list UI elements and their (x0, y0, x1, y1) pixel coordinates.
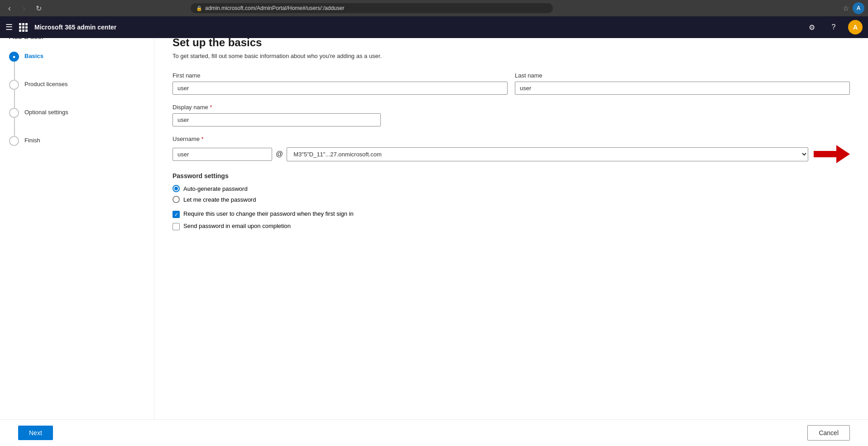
back-button[interactable]: ‹ (4, 2, 15, 14)
last-name-label: Last name (515, 72, 850, 79)
hamburger-menu[interactable]: ☰ (5, 22, 13, 32)
profile-circle[interactable]: A (853, 2, 864, 14)
let-me-create-label: Let me create the password (183, 196, 256, 203)
step-optional-circle (9, 108, 19, 118)
step-licenses-label: Product licenses (24, 80, 67, 87)
send-password-checkbox[interactable] (173, 223, 180, 230)
require-change-checkbox[interactable] (173, 211, 180, 218)
panel-main-desc: To get started, fill out some basic info… (173, 53, 850, 59)
username-label: Username * (173, 136, 850, 142)
send-password-label: Send password in email upon completion (183, 223, 291, 229)
let-me-create-radio[interactable] (173, 196, 180, 203)
let-me-create-option[interactable]: Let me create the password (173, 196, 850, 203)
first-name-input[interactable] (173, 82, 508, 95)
url-bar[interactable]: 🔒 admin.microsoft.com/AdminPortal/Home#/… (191, 3, 553, 13)
at-symbol: @ (276, 150, 283, 158)
step-finish-label: Finish (24, 136, 40, 144)
step-basics-circle: ● (9, 52, 19, 62)
panel-main-title: Set up the basics (173, 36, 850, 49)
display-name-input[interactable] (173, 113, 381, 126)
star-icon[interactable]: ☆ (843, 4, 849, 13)
last-name-input[interactable] (515, 82, 850, 95)
help-icon[interactable]: ? (826, 20, 841, 34)
step-optional-label: Optional settings (24, 108, 68, 116)
add-user-overlay: Add a user ● Basics Product licenses Opt… (0, 22, 868, 446)
display-name-label: Display name * (173, 104, 850, 111)
require-change-item[interactable]: Require this user to change their passwo… (173, 210, 850, 218)
auto-generate-radio[interactable] (173, 185, 180, 192)
refresh-button[interactable]: ↻ (33, 2, 44, 14)
display-name-required: * (210, 104, 212, 111)
highlight-arrow (814, 145, 850, 163)
require-change-label: Require this user to change their passwo… (183, 210, 354, 217)
grid-icon[interactable] (19, 23, 27, 32)
user-avatar[interactable]: A (848, 20, 863, 34)
password-settings-section: Password settings Auto-generate password… (173, 172, 850, 230)
forward-button[interactable]: › (18, 2, 30, 14)
panel-footer: Next Cancel (0, 419, 868, 446)
username-input[interactable] (173, 148, 272, 161)
lock-icon: 🔒 (196, 5, 202, 11)
step-basics-label: Basics (24, 52, 43, 59)
password-section-title: Password settings (173, 172, 850, 179)
cancel-button[interactable]: Cancel (807, 425, 850, 441)
auto-generate-label: Auto-generate password (183, 185, 248, 192)
step-licenses-circle (9, 80, 19, 90)
wizard-sidebar: Add a user ● Basics Product licenses Opt… (0, 22, 154, 446)
url-text: admin.microsoft.com/AdminPortal/Home#/us… (205, 5, 344, 11)
auto-generate-option[interactable]: Auto-generate password (173, 185, 850, 192)
username-required: * (201, 136, 204, 142)
first-name-label: First name (173, 72, 508, 79)
settings-icon[interactable]: ⚙ (805, 20, 819, 34)
panel-main: Set up the basics To get started, fill o… (154, 22, 868, 446)
next-button[interactable]: Next (18, 426, 53, 440)
step-finish-circle (9, 136, 19, 146)
send-password-item[interactable]: Send password in email upon completion (173, 223, 850, 230)
app-title: Microsoft 365 admin center (34, 24, 116, 31)
domain-select[interactable]: M3"5"D_11"...27.onmicrosoft.com (287, 147, 808, 161)
